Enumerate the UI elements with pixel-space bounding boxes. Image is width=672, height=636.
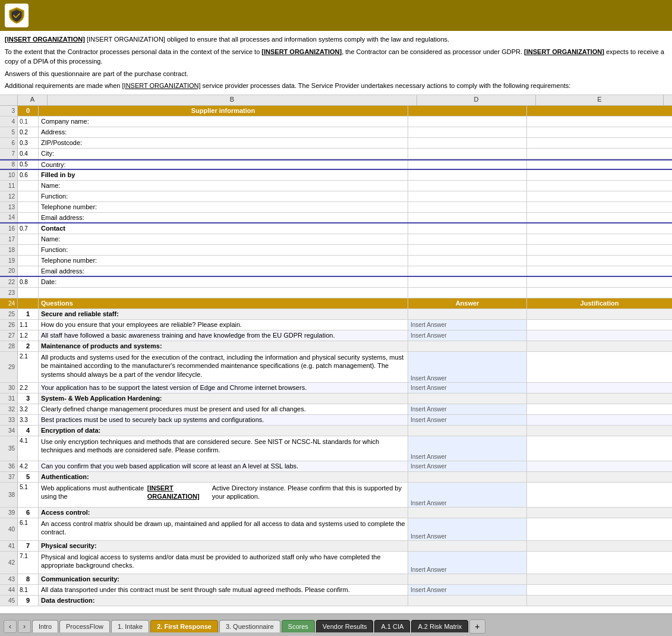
row-number: 33 xyxy=(0,415,18,425)
cell-b-12: Function: xyxy=(39,191,408,201)
cell-b-16: Contact xyxy=(39,223,408,234)
table-row: 19 Telephone number: xyxy=(0,256,672,266)
cell-a-25: 1 xyxy=(18,309,39,319)
cell-e-35 xyxy=(527,436,672,461)
cell-e-42 xyxy=(527,552,672,574)
tab-riskmatrix[interactable]: A.2 Risk Matrix xyxy=(411,620,468,632)
table-row: 28 2 Maintenance of products and systems… xyxy=(0,341,672,352)
rows-container[interactable]: 3 0 Supplier information 4 0.1 Company n… xyxy=(0,106,672,614)
tab-processflow[interactable]: ProcessFlow xyxy=(59,620,110,632)
col-d-header: D xyxy=(417,95,536,105)
table-row: 17 Name: xyxy=(0,234,672,245)
cell-e-14 xyxy=(527,213,672,222)
tab-questionnaire[interactable]: 3. Questionnaire xyxy=(219,620,280,632)
cell-e-4 xyxy=(527,117,672,127)
row-number: 43 xyxy=(0,574,18,584)
cell-a-4: 0.1 xyxy=(18,117,39,127)
cell-b-18: Function: xyxy=(39,245,408,255)
row-number: 8 xyxy=(0,160,18,169)
col-a-header: A xyxy=(18,95,48,105)
table-row: 24 Questions Answer Justification xyxy=(0,298,672,309)
intro-org3: [INSERT ORGANIZATION] xyxy=(524,48,604,55)
cell-d-20 xyxy=(408,266,527,276)
table-row: 30 2.2 Your application has to be suppor… xyxy=(0,383,672,393)
cell-d-33: Insert Answer xyxy=(408,415,527,425)
cell-a-42: 7.1 xyxy=(18,552,39,574)
cell-b-35: Use only encryption techniques and metho… xyxy=(39,436,408,461)
tab-scores[interactable]: Scores xyxy=(282,620,315,632)
cell-a-30: 2.2 xyxy=(18,383,39,393)
intro-org1: [INSERT ORGANIZATION] xyxy=(5,36,85,43)
cell-a-40: 6.1 xyxy=(18,518,39,540)
row-num-header xyxy=(0,95,18,105)
cell-b-7: City: xyxy=(39,149,408,159)
tab-intro[interactable]: Intro xyxy=(32,620,58,632)
tab-intake[interactable]: 1. Intake xyxy=(111,620,149,632)
cell-d-11 xyxy=(408,181,527,191)
cell-a-16: 0.7 xyxy=(18,223,39,234)
table-row: 11 Name: xyxy=(0,181,672,191)
cell-d-18 xyxy=(408,245,527,255)
tab-nav-right[interactable]: › xyxy=(18,620,31,633)
tab-nav-left[interactable]: ‹ xyxy=(4,620,17,633)
cell-b-6: ZIP/Postcode: xyxy=(39,138,408,148)
cell-a-3: 0 xyxy=(18,106,39,116)
intro-org2: [INSERT ORGANIZATION] xyxy=(261,48,342,55)
cell-b-45: Data destruction: xyxy=(39,596,408,606)
cell-b-42: Physical and logical access to systems a… xyxy=(39,552,408,574)
table-row: 33 3.3 Best practices must be used to se… xyxy=(0,415,672,426)
cell-d-16 xyxy=(408,223,527,234)
table-row: 6 0.3 ZIP/Postcode: xyxy=(0,138,672,149)
cell-e-22 xyxy=(527,277,672,287)
intro-line2: To the extent that the Contractor proces… xyxy=(5,47,667,67)
row-number: 30 xyxy=(0,383,18,393)
cell-b-23 xyxy=(39,288,408,298)
cell-a-27: 1.2 xyxy=(18,330,39,341)
table-row: 45 9 Data destruction: xyxy=(0,596,672,606)
cell-b-43: Communication security: xyxy=(39,574,408,584)
cell-d-44: Insert Answer xyxy=(408,585,527,595)
table-row: 8 0.5 Country: xyxy=(0,159,672,170)
cell-d-22 xyxy=(408,277,527,287)
cell-d-6 xyxy=(408,138,527,148)
table-row: 27 1.2 All staff have followed a basic a… xyxy=(0,330,672,341)
cell-d-3 xyxy=(408,106,527,116)
cell-d-31 xyxy=(408,393,527,404)
cell-e-37 xyxy=(527,472,672,482)
cell-d-13 xyxy=(408,202,527,212)
cell-b-5: Address: xyxy=(39,127,408,137)
tab-vendorresults[interactable]: Vendor Results xyxy=(316,620,374,632)
row-number: 37 xyxy=(0,472,18,482)
table-row: 14 Email address: xyxy=(0,213,672,223)
row-number: 16 xyxy=(0,223,18,234)
cell-e-23 xyxy=(527,288,672,298)
cell-a-8: 0.5 xyxy=(18,160,39,169)
cell-a-10: 0.6 xyxy=(18,170,39,180)
cell-b-41: Physical security: xyxy=(39,541,408,551)
tab-firstresponse[interactable]: 2. First Response xyxy=(150,620,218,632)
cell-e-19 xyxy=(527,256,672,266)
cell-b-24: Questions xyxy=(39,298,408,308)
cell-a-5: 0.2 xyxy=(18,127,39,137)
row-number: 22 xyxy=(0,277,18,287)
cell-b-4: Company name: xyxy=(39,117,408,127)
cell-e-28 xyxy=(527,341,672,351)
header-banner xyxy=(0,0,672,31)
add-sheet-button[interactable]: + xyxy=(469,619,485,634)
cell-e-10 xyxy=(527,170,672,180)
row-number: 3 xyxy=(0,106,18,116)
cell-e-34 xyxy=(527,426,672,436)
cell-a-31: 3 xyxy=(18,393,39,404)
table-row: 16 0.7 Contact xyxy=(0,223,672,234)
table-row: 26 1.1 How do you ensure that your emplo… xyxy=(0,320,672,330)
row-number: 17 xyxy=(0,234,18,244)
table-row: 13 Telephone number: xyxy=(0,202,672,213)
row-number: 24 xyxy=(0,298,18,308)
cell-e-12 xyxy=(527,191,672,201)
cell-e-30 xyxy=(527,383,672,393)
cell-b-8: Country: xyxy=(39,160,408,169)
cell-b-19: Telephone number: xyxy=(39,256,408,266)
cell-b-20: Email address: xyxy=(39,266,408,276)
tab-cia[interactable]: A.1 CIA xyxy=(374,620,410,632)
table-row: 32 3.2 Clearly defined change management… xyxy=(0,404,672,415)
